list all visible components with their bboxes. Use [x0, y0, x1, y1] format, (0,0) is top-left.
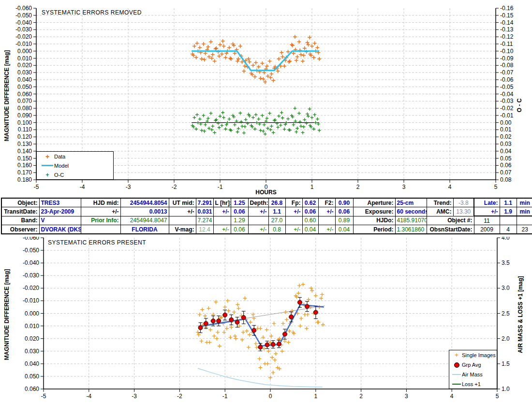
legend-item-single-images: + Single Images: [449, 350, 497, 360]
y2-tick-label: 0.05: [500, 155, 512, 162]
grp-avg-point: [271, 342, 275, 346]
y-tick-label: -0.050: [15, 12, 32, 19]
x-tick-label: -5: [34, 184, 39, 190]
table-cell: 0.031: [196, 207, 213, 216]
table-cell: FLORIDA: [120, 225, 169, 234]
y-tick-label: -0.040: [15, 19, 32, 26]
x-tick-label: 0: [269, 393, 272, 400]
y2-tick-label: 0.00: [500, 119, 512, 126]
y2-tick-label: -0.04: [500, 91, 514, 98]
oc-plus-icon: +: [41, 172, 54, 178]
x-tick-label: -4: [80, 184, 85, 190]
table-cell: 11: [474, 216, 500, 225]
bottom-chart-legend: + Single Images Grp Avg Air Mass Loss +1: [449, 350, 497, 389]
table-cell: +/-: [474, 207, 500, 216]
y-tick-label: -0.060: [15, 5, 32, 12]
y-tick-label: -0.020: [15, 33, 32, 40]
table-cell: 0.8: [268, 225, 285, 234]
single-images-plus-icon: +: [451, 352, 462, 358]
grp-avg-point: [217, 319, 221, 323]
y-tick-label: 0.050: [25, 373, 39, 380]
application: -0.060-0.050-0.040-0.030-0.020-0.0100.00…: [0, 0, 532, 403]
table-cell: 0.60: [302, 216, 318, 225]
table-cell: Prior Info:: [81, 216, 120, 225]
legend-item-grp-avg: Grp Avg: [449, 360, 497, 370]
x-tick-label: -4: [86, 393, 91, 400]
table-cell: [285, 216, 302, 225]
series-line-air-mass: [198, 368, 323, 387]
legend-item-data: + Data: [37, 152, 113, 161]
table-cell: 13.30: [453, 207, 474, 216]
y-tick-label: -0.030: [15, 26, 32, 33]
y-tick-label: 0.050: [17, 84, 32, 90]
bottom-chart-title: SYSTEMATIC ERRORS PRESENT: [48, 239, 146, 246]
x-tick-label: 3: [405, 393, 408, 400]
series-plus-data: [191, 35, 321, 84]
y2-tick-label: 0.04: [500, 148, 512, 155]
y2-tick-label: -0.06: [500, 76, 514, 83]
y-tick-label: -0.030: [23, 272, 39, 279]
y-tick-label: 0.160: [17, 162, 32, 169]
table-cell: 4185.910700: [395, 216, 427, 225]
table-cell: Trend:: [427, 198, 453, 207]
tick-marks: [41, 238, 500, 392]
table-cell: 2454944.8047: [120, 216, 169, 225]
table-cell: Period:: [353, 225, 395, 234]
table-cell: -3.8: [453, 198, 474, 207]
grp-avg-point: [252, 328, 256, 332]
y2-tick-label: -0.15: [500, 12, 514, 19]
table-cell: 0.06: [231, 225, 248, 234]
x-tick-label: 1: [314, 393, 317, 400]
x-tick-label: -1: [222, 393, 228, 400]
table-cell: 4: [500, 225, 517, 234]
y2-tick-label: -0.16: [500, 5, 514, 12]
grp-avg-point: [198, 326, 203, 330]
parameter-table: Object:TRES3HJD mid:2454944.8054UT mid:7…: [1, 198, 531, 234]
y-tick-label: 0.080: [17, 105, 32, 112]
grp-avg-point: [305, 304, 309, 309]
gridlines: [44, 238, 497, 389]
y-tick-label: 0.060: [17, 91, 32, 98]
air-mass-line-icon: [451, 374, 462, 375]
y-tick-label: 0.020: [17, 62, 32, 69]
y-tick-label: -0.040: [23, 259, 39, 266]
y2-tick-label: -0.03: [500, 98, 514, 104]
table-cell: 0.0013: [120, 207, 169, 216]
y-tick-label: -0.020: [23, 285, 39, 291]
table-cell: UT mid:: [169, 198, 196, 207]
table-cell: 2454944.8054: [120, 198, 169, 207]
grp-avg-point: [313, 310, 318, 315]
table-cell: 0.06: [302, 207, 318, 216]
table-cell: [81, 225, 120, 234]
y-tick-label: -0.010: [15, 41, 32, 47]
table-cell: 0.06: [231, 207, 248, 216]
y-tick-label: 0.000: [25, 310, 39, 317]
top-chart: -0.060-0.050-0.040-0.030-0.020-0.0100.00…: [0, 0, 532, 197]
y-tick-label: 0.180: [17, 176, 32, 183]
table-cell: TransitDate:: [1, 207, 39, 216]
x-tick-label: -2: [172, 184, 177, 190]
table-cell: Observer:: [1, 225, 39, 234]
table-cell: 1.1: [268, 207, 285, 216]
y-tick-label: 0.130: [17, 141, 32, 147]
table-cell: 7.291: [196, 198, 213, 207]
y-tick-label: 0.010: [25, 323, 39, 330]
table-cell: [517, 216, 532, 225]
grp-avg-point: [258, 345, 263, 349]
table-cell: 1.1: [500, 198, 517, 207]
table-cell: 0.04: [302, 225, 318, 234]
y2-tick-label: -0.14: [500, 19, 514, 26]
y2-tick-label: -0.08: [500, 62, 514, 69]
x-tick-label: 1: [310, 184, 314, 190]
x-tick-label: 2: [356, 184, 360, 190]
y-tick-label: 0.090: [17, 112, 32, 119]
table-cell: +/-: [285, 207, 302, 216]
tick-labels: -0.060-0.050-0.040-0.030-0.020-0.0100.00…: [23, 237, 510, 400]
series: [196, 283, 325, 388]
y-tick-label: -0.060: [23, 237, 39, 241]
table-cell: 12.4: [196, 225, 213, 234]
table-cell: DVORAK (DKS): [39, 225, 81, 234]
y-tick-label: 0.000: [17, 48, 32, 55]
y2-tick-label: 1.0: [502, 386, 510, 392]
grp-avg-point: [229, 317, 234, 322]
